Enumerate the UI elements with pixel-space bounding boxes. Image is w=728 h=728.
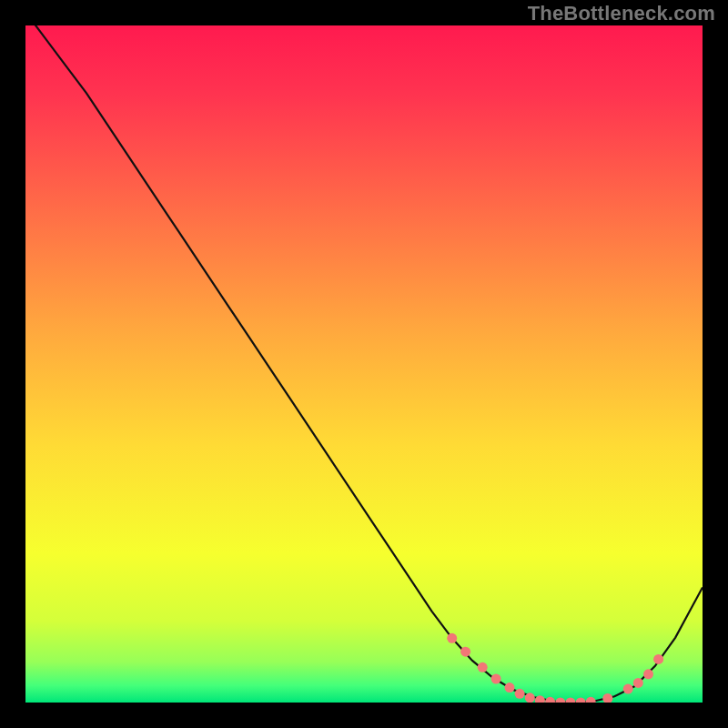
data-point	[525, 693, 535, 703]
data-point	[491, 674, 501, 684]
plot-area	[25, 25, 703, 703]
data-point	[515, 689, 525, 699]
data-point	[623, 684, 633, 694]
data-point	[478, 662, 488, 672]
chart-frame: TheBottleneck.com	[0, 0, 728, 728]
data-point	[460, 647, 470, 657]
data-point	[633, 678, 643, 688]
watermark-text: TheBottleneck.com	[528, 2, 715, 25]
gradient-background	[25, 25, 703, 703]
data-point	[643, 669, 653, 679]
data-point	[505, 682, 515, 693]
bottleneck-chart	[25, 25, 703, 703]
data-point	[653, 654, 663, 664]
data-point	[447, 633, 457, 643]
